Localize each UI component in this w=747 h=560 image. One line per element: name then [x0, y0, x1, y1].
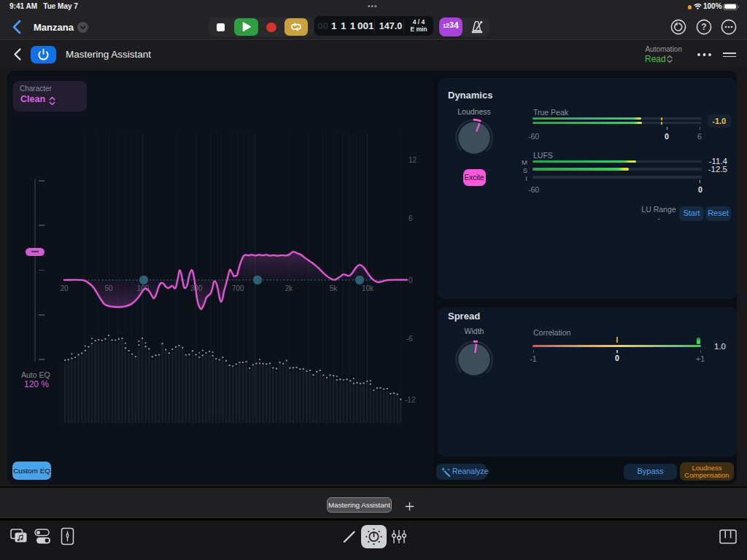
svg-text:?: ?	[701, 22, 706, 32]
svg-text:6: 6	[409, 214, 413, 222]
svg-text:2k: 2k	[285, 284, 294, 292]
svg-text:-6: -6	[406, 335, 413, 343]
svg-text:-12: -12	[405, 396, 416, 404]
svg-text:700: 700	[232, 284, 244, 292]
svg-text:0: 0	[409, 276, 413, 284]
svg-text:10k: 10k	[362, 284, 374, 292]
svg-text:5k: 5k	[330, 284, 338, 292]
svg-text:12: 12	[409, 156, 417, 164]
svg-text:20: 20	[60, 284, 69, 292]
